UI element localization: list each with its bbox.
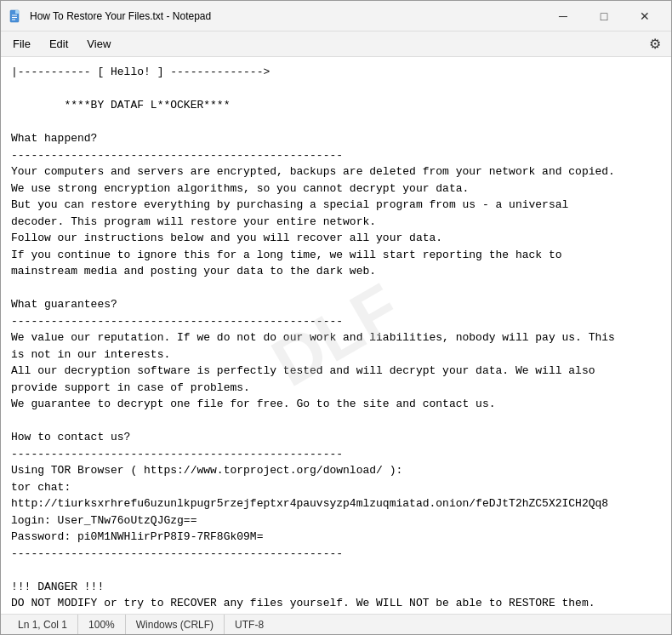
notepad-window: How To Restore Your Files.txt - Notepad …: [0, 0, 672, 635]
zoom-level: 100%: [78, 615, 126, 634]
editor-content[interactable]: |----------- [ Hello! ] --------------> …: [11, 64, 661, 614]
app-icon: [8, 9, 23, 24]
settings-icon[interactable]: ⚙: [642, 32, 668, 55]
file-menu[interactable]: File: [4, 34, 39, 54]
edit-menu[interactable]: Edit: [41, 34, 77, 54]
line-ending: Windows (CRLF): [126, 615, 225, 634]
menu-bar: File Edit View ⚙: [1, 31, 671, 57]
svg-rect-1: [15, 10, 19, 14]
cursor-position: Ln 1, Col 1: [8, 615, 78, 634]
editor-area[interactable]: DLF |----------- [ Hello! ] ------------…: [1, 57, 671, 614]
status-bar: Ln 1, Col 1 100% Windows (CRLF) UTF-8: [1, 614, 671, 634]
maximize-button[interactable]: □: [584, 3, 624, 29]
close-button[interactable]: ✕: [625, 3, 664, 29]
encoding: UTF-8: [225, 615, 274, 634]
minimize-button[interactable]: ─: [544, 3, 583, 29]
title-bar: How To Restore Your Files.txt - Notepad …: [1, 1, 671, 31]
view-menu[interactable]: View: [78, 34, 119, 54]
window-title: How To Restore Your Files.txt - Notepad: [30, 10, 544, 22]
window-controls: ─ □ ✕: [544, 3, 664, 29]
